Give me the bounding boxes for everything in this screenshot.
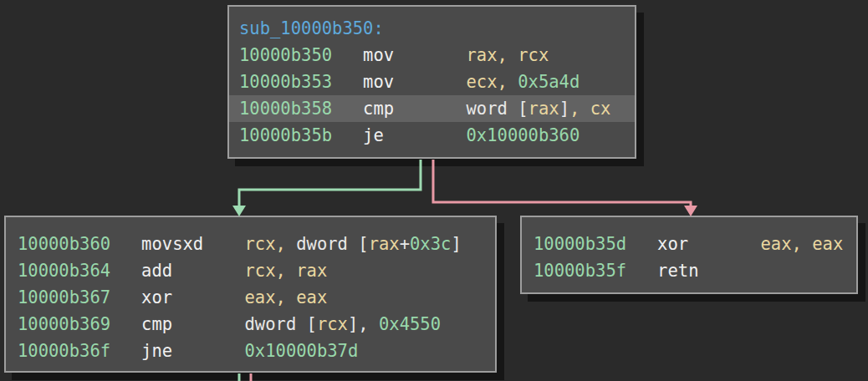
basic-block-10000b360[interactable]: 10000b360 movsxd rcx, dword [rax+0x3c]10… <box>4 216 497 373</box>
false-branch-edge <box>433 160 691 206</box>
instruction-mnemonic: cmp <box>141 314 244 334</box>
instruction-address: 10000b369 <box>18 314 141 334</box>
instruction-line-10000b35b[interactable]: 10000b35b je 0x10000b360 <box>229 122 635 149</box>
true-branch-edge <box>239 160 421 206</box>
instruction-mnemonic: xor <box>141 287 244 307</box>
instruction-mnemonic: retn <box>657 261 760 281</box>
instruction-mnemonic: mov <box>363 45 466 65</box>
instruction-line-10000b35d[interactable]: 10000b35d xor eax, eax <box>522 231 856 257</box>
function-name: sub_10000b350: <box>239 18 384 38</box>
operand-reg: , cx <box>569 99 610 119</box>
instruction-line-10000b36f[interactable]: 10000b36f jne 0x10000b37d <box>6 338 495 364</box>
instruction-address: 10000b35d <box>534 234 657 254</box>
instruction-line-10000b369[interactable]: 10000b369 cmp dword [rcx], 0x4550 <box>6 311 495 338</box>
graph-canvas[interactable]: sub_10000b350:10000b350 mov rax, rcx1000… <box>0 0 868 381</box>
instruction-address: 10000b35b <box>239 125 363 145</box>
instruction-mnemonic: je <box>363 125 466 145</box>
instruction-mnemonic: xor <box>657 234 760 254</box>
operand-punct: dword [ <box>296 234 368 254</box>
operand-reg: ecx, <box>467 72 518 92</box>
instruction-line-10000b353[interactable]: 10000b353 mov ecx, 0x5a4d <box>229 69 635 95</box>
instruction-mnemonic: movsxd <box>141 234 244 254</box>
operand-punct: ], <box>348 314 379 334</box>
basic-block-10000b350[interactable]: sub_10000b350:10000b350 mov rax, rcx1000… <box>227 5 636 159</box>
operand-reg: rcx, <box>245 234 297 254</box>
instruction-address: 10000b35f <box>534 261 657 281</box>
operand-reg: rax <box>369 234 400 254</box>
operand-reg: eax, eax <box>245 287 328 307</box>
instruction-mnemonic: jne <box>141 341 244 361</box>
operand-punct: ] <box>451 234 461 254</box>
operand-reg: rcx, rax <box>245 261 328 281</box>
operand-num: 0x3c <box>410 234 451 254</box>
instruction-line-10000b350[interactable]: 10000b350 mov rax, rcx <box>229 42 635 69</box>
instruction-address: 10000b358 <box>239 99 363 119</box>
operand-num: 0x5a4d <box>518 72 580 92</box>
instruction-address: 10000b36f <box>18 341 141 361</box>
basic-block-10000b35d[interactable]: 10000b35d xor eax, eax10000b35f retn <box>520 216 858 294</box>
operand-num: 0x10000b37d <box>245 341 359 361</box>
instruction-mnemonic: cmp <box>363 99 466 119</box>
operand-reg: rax <box>528 99 559 119</box>
operand-reg: rax, rcx <box>467 45 549 65</box>
instruction-address: 10000b353 <box>239 72 363 92</box>
operand-punct: ] <box>559 99 569 119</box>
operand-punct: word [ <box>467 99 528 119</box>
instruction-line-selected-10000b358[interactable]: 10000b358 cmp word [rax], cx <box>229 95 635 122</box>
instruction-address: 10000b350 <box>239 45 363 65</box>
function-label: sub_10000b350: <box>229 15 635 42</box>
instruction-line-10000b360[interactable]: 10000b360 movsxd rcx, dword [rax+0x3c] <box>6 231 495 257</box>
instruction-line-10000b367[interactable]: 10000b367 xor eax, eax <box>6 284 495 311</box>
instruction-mnemonic: add <box>141 261 244 281</box>
instruction-mnemonic: mov <box>363 72 466 92</box>
operand-num: 0x10000b360 <box>467 125 580 145</box>
operand-reg: eax, eax <box>761 234 844 254</box>
instruction-line-10000b35f[interactable]: 10000b35f retn <box>522 257 856 284</box>
operand-num: 0x4550 <box>379 314 441 334</box>
operand-punct: dword [ <box>245 314 317 334</box>
operand-reg: rcx <box>317 314 348 334</box>
instruction-address: 10000b364 <box>18 261 141 281</box>
instruction-line-10000b364[interactable]: 10000b364 add rcx, rax <box>6 257 495 284</box>
operand-punct: + <box>400 234 410 254</box>
instruction-address: 10000b367 <box>18 287 141 307</box>
instruction-address: 10000b360 <box>18 234 141 254</box>
